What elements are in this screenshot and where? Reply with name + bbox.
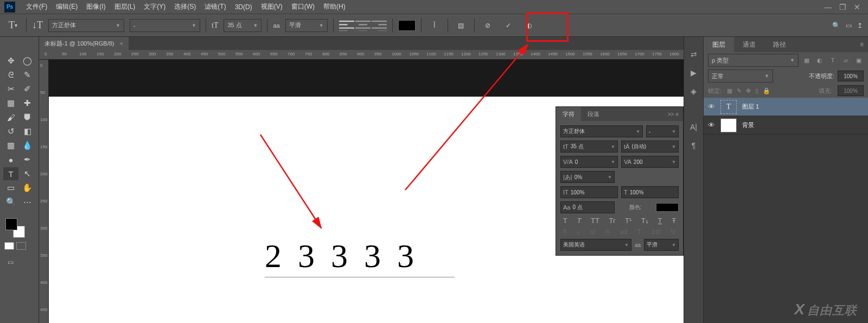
char-vscale[interactable]: |あ|0%▼ [560,171,615,183]
menu-edit[interactable]: 编辑(E) [52,2,82,11]
menu-filter[interactable]: 滤镜(T) [200,2,230,11]
smallcaps-icon[interactable]: Tr [609,217,616,225]
faux-bold-icon[interactable]: T [563,217,567,225]
align-right-icon[interactable] [372,18,387,33]
blur-tool-icon[interactable]: 💧 [20,139,35,152]
character-panel[interactable]: 字符 段落 >> ≡ 方正舒体▼ -▼ tT35 点▼ tÂ(自动)▼ V/A0… [556,106,684,256]
visibility-toggle-icon[interactable]: 👁 [708,121,715,129]
underline-icon[interactable]: T [658,217,662,225]
menu-image[interactable]: 图像(I) [82,2,110,11]
move-tool-icon[interactable]: ✥ [3,54,18,67]
lock-all-icon[interactable]: 🔒 [763,87,770,94]
history-icon[interactable]: ⇄ [691,50,697,59]
rectangle-tool-icon[interactable]: ▭ [3,181,18,194]
char-font-size[interactable]: tT35 点▼ [560,141,618,153]
menu-3d[interactable]: 3D(D) [231,3,257,11]
healing-tool-icon[interactable]: ✚ [20,97,35,110]
frame-tool-icon[interactable]: ▦ [3,97,18,110]
tab-channels[interactable]: 通道 [734,37,764,52]
ot-ordinals-icon[interactable]: 1st [652,228,660,236]
filter-adjust-icon[interactable]: ◐ [815,55,825,65]
layer-item-background[interactable]: 👁 背景 [704,116,868,135]
filter-type-icon[interactable]: T [828,55,838,65]
glyphs-a-icon[interactable]: A| [690,123,697,131]
screen-mode-icon[interactable]: ▭ [5,257,15,267]
char-color-swatch[interactable] [656,203,679,212]
type-tool-icon[interactable]: T [3,167,18,180]
foreground-color[interactable] [5,218,17,230]
char-language[interactable]: 美国英语▼ [560,239,631,251]
type-layer-text[interactable]: 23333 [265,237,430,275]
char-antialias[interactable]: 平滑▼ [644,239,679,251]
character-panel-icon[interactable]: ▤ [454,18,469,33]
lock-transparent-icon[interactable]: ▦ [727,87,732,94]
menu-type[interactable]: 文字(Y) [139,2,170,11]
ot-swash-icon[interactable]: A [605,228,610,236]
cancel-icon[interactable]: ⊘ [480,18,495,33]
panel-collapse-icon[interactable]: >> ≡ [663,111,683,117]
lock-position-icon[interactable]: ✥ [746,87,751,94]
subscript-icon[interactable]: T₁ [641,217,648,225]
filter-smart-icon[interactable]: ▣ [854,55,864,65]
fill-value[interactable]: 100% [838,85,864,96]
font-style-select[interactable]: -▼ [130,19,200,32]
crop-tool-icon[interactable]: ✂ [3,83,18,96]
path-select-tool-icon[interactable]: ↖ [20,167,35,180]
visibility-toggle-icon[interactable]: 👁 [708,103,715,111]
lasso-tool-icon[interactable]: ᘓ [3,68,18,81]
opacity-value[interactable]: 100% [838,71,864,81]
gradient-tool-icon[interactable]: ▦ [3,139,18,152]
filter-pixel-icon[interactable]: ▦ [802,55,812,65]
align-center-icon[interactable] [355,18,371,33]
restore-icon[interactable]: ❐ [839,3,846,11]
allcaps-icon[interactable]: TT [591,217,599,225]
dodge-tool-icon[interactable]: ● [3,153,18,166]
tab-layers[interactable]: 图层 [704,37,734,52]
layer-item-text[interactable]: 👁 T 图层 1 [704,98,868,116]
history-brush-tool-icon[interactable]: ↺ [3,125,18,138]
ot-fractions-icon[interactable]: ½ [671,228,676,236]
toggle-orientation-icon[interactable]: ↓T [32,20,43,31]
close-window-icon[interactable]: ✕ [854,3,860,11]
eraser-tool-icon[interactable]: ◧ [20,125,35,138]
text-color-swatch[interactable] [398,20,416,31]
ot-titling-icon[interactable]: T [637,228,641,236]
ot-ligatures-icon[interactable]: fi [563,228,566,236]
superscript-icon[interactable]: T¹ [625,217,631,225]
eyedropper-tool-icon[interactable]: ✐ [20,83,35,96]
menu-layer[interactable]: 图层(L) [110,2,140,11]
edit-toolbar-icon[interactable]: ⋯ [20,195,35,208]
commit-icon[interactable]: ✓ [501,18,516,33]
font-family-select[interactable]: 方正舒体▼ [48,19,124,32]
menu-window[interactable]: 窗口(W) [287,2,319,11]
ot-discretionary-icon[interactable]: st [590,228,595,236]
3d-icon[interactable]: ◐ [521,18,537,33]
brush-tool-icon[interactable]: 🖌 [3,111,18,124]
minimize-icon[interactable]: — [824,3,832,11]
char-baseline-shift[interactable]: Aa0 点 [560,201,615,213]
layer-filter-type[interactable]: ρ 类型▼ [708,54,799,67]
paragraph-icon[interactable]: ¶ [692,141,696,150]
warp-text-icon[interactable]: Ĭ [427,18,442,33]
tab-character[interactable]: 字符 [556,107,581,121]
share-icon[interactable]: ↥ [857,22,863,29]
panel-menu-icon[interactable]: ≡ [856,41,868,48]
char-kerning[interactable]: VA200▼ [621,156,679,168]
ot-stylistic-icon[interactable]: ad [620,228,627,236]
close-tab-icon[interactable]: × [120,40,123,47]
3d-panel-icon[interactable]: ◈ [691,87,697,96]
antialias-select[interactable]: 平滑▼ [285,19,328,32]
char-leading[interactable]: tÂ(自动)▼ [621,141,679,153]
char-hscale[interactable]: IT100% [560,186,618,198]
font-size-select[interactable]: 35 点▼ [224,19,261,32]
quick-view-icon[interactable]: ▭ [846,22,852,29]
quick-select-tool-icon[interactable]: ✎ [20,68,35,81]
document-tab[interactable]: 未标题-1 @ 100%(RGB/8) × [39,37,129,50]
lock-artboard-icon[interactable]: ▯ [755,87,758,94]
filter-shape-icon[interactable]: ▱ [841,55,851,65]
faux-italic-icon[interactable]: T [577,217,581,225]
search-icon[interactable]: 🔍 [832,22,840,29]
menu-view[interactable]: 视图(V) [257,2,287,11]
marquee-ellipse-tool-icon[interactable]: ◯ [20,54,35,67]
tab-paths[interactable]: 路径 [764,37,795,52]
